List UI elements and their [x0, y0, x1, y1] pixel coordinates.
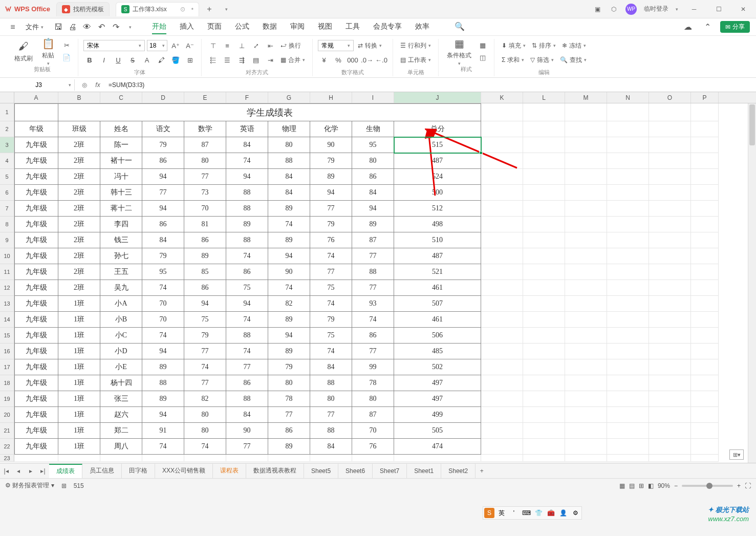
cell[interactable]: 74 — [226, 248, 268, 264]
tab-list-dropdown[interactable]: ▾ — [220, 2, 234, 16]
cell[interactable]: 90 — [226, 423, 268, 439]
row-header[interactable]: 13 — [0, 296, 14, 312]
cell[interactable]: 陈一 — [100, 137, 142, 153]
underline-icon[interactable]: U — [112, 54, 124, 66]
cell[interactable]: 79 — [184, 328, 226, 344]
cell[interactable]: 88 — [310, 375, 352, 391]
cell[interactable]: 小D — [100, 344, 142, 359]
cell[interactable]: 89 — [268, 439, 310, 455]
cell[interactable] — [649, 169, 691, 185]
cell[interactable]: 84 — [310, 439, 352, 455]
cell[interactable] — [691, 359, 719, 375]
cell[interactable]: 79 — [142, 137, 184, 153]
status-mode[interactable]: ⚙ 财务报表管理 ▾ — [5, 481, 54, 490]
row-header[interactable]: 18 — [0, 375, 14, 391]
sheet-nav-last-icon[interactable]: ▸| — [37, 467, 49, 475]
cell[interactable]: 95 — [352, 137, 394, 153]
cell[interactable]: 497 — [394, 391, 481, 407]
cell[interactable]: 94 — [268, 248, 310, 264]
cell[interactable] — [481, 280, 523, 296]
hamburger-icon[interactable]: ≡ — [6, 20, 19, 34]
zoom-slider[interactable] — [682, 485, 733, 487]
cell[interactable] — [607, 391, 649, 407]
user-avatar[interactable]: WP — [625, 4, 637, 15]
cell[interactable]: 九年级 — [14, 439, 58, 455]
cell[interactable] — [607, 137, 649, 153]
row-header[interactable]: 7 — [0, 201, 14, 217]
cell[interactable] — [691, 103, 719, 121]
cell[interactable] — [607, 407, 649, 423]
cell[interactable]: 80 — [268, 137, 310, 153]
cell[interactable]: 502 — [394, 359, 481, 375]
cell[interactable]: 87 — [184, 137, 226, 153]
cell[interactable]: 500 — [394, 185, 481, 201]
cell[interactable] — [649, 121, 691, 137]
cell[interactable] — [523, 121, 565, 137]
cell[interactable] — [523, 185, 565, 201]
cell[interactable] — [565, 296, 607, 312]
cell[interactable]: 九年级 — [14, 296, 58, 312]
cell[interactable] — [649, 391, 691, 407]
cell[interactable] — [607, 185, 649, 201]
cell[interactable] — [481, 169, 523, 185]
cell[interactable] — [607, 423, 649, 439]
ime-user-icon[interactable]: 👤 — [558, 508, 568, 518]
cell[interactable] — [481, 423, 523, 439]
spreadsheet-grid[interactable]: ABCDEFGHIJKLMNOP 1学生成绩表2年级班级姓名语文数学英语物理化学… — [0, 92, 756, 463]
cell[interactable] — [523, 217, 565, 232]
cell[interactable]: 小E — [100, 359, 142, 375]
cell[interactable] — [565, 344, 607, 359]
cell[interactable]: 94 — [184, 296, 226, 312]
cell[interactable] — [607, 344, 649, 359]
sheet-tab[interactable]: Sheet5 — [304, 464, 338, 478]
cell[interactable] — [691, 185, 719, 201]
col-header-C[interactable]: C — [100, 92, 142, 103]
cell[interactable] — [649, 248, 691, 264]
view-break-icon[interactable]: ⊞ — [639, 482, 644, 489]
dec-dec-icon[interactable]: ←.0 — [375, 54, 387, 66]
table-style-icon[interactable]: ▦ — [477, 39, 489, 51]
cell[interactable] — [100, 455, 142, 462]
ime-keyboard-icon[interactable]: ⌨ — [521, 508, 531, 518]
copy-icon[interactable]: 📄 — [60, 52, 73, 63]
menu-tab-data[interactable]: 数据 — [263, 20, 277, 34]
row-header[interactable]: 11 — [0, 264, 14, 280]
sheet-nav-first-icon[interactable]: |◂ — [0, 467, 12, 475]
cell[interactable]: 74 — [142, 439, 184, 455]
sheet-nav-next-icon[interactable]: ▸ — [25, 467, 37, 475]
currency-icon[interactable]: ¥ — [318, 54, 330, 66]
cube-icon[interactable]: ⬡ — [609, 5, 618, 14]
cell[interactable] — [649, 296, 691, 312]
cell[interactable] — [649, 153, 691, 169]
cell[interactable] — [565, 153, 607, 169]
cell[interactable]: 84 — [142, 232, 184, 248]
cell[interactable]: 86 — [268, 423, 310, 439]
cell[interactable]: 77 — [184, 344, 226, 359]
cell[interactable]: 2班 — [58, 264, 100, 280]
smart-tag-icon[interactable]: ⊞▾ — [729, 449, 744, 460]
cell[interactable]: 89 — [268, 312, 310, 328]
cell[interactable] — [649, 185, 691, 201]
indent-inc-icon[interactable]: ⇥ — [264, 54, 276, 66]
cell[interactable]: 499 — [394, 407, 481, 423]
cell[interactable]: 507 — [394, 296, 481, 312]
cell[interactable]: 73 — [184, 185, 226, 201]
cell[interactable]: 80 — [310, 391, 352, 407]
cell[interactable]: 80 — [184, 407, 226, 423]
cell[interactable]: 74 — [184, 439, 226, 455]
title-cell[interactable]: 学生成绩表 — [58, 103, 481, 121]
cell[interactable]: 钱三 — [100, 232, 142, 248]
cell[interactable] — [691, 217, 719, 232]
cell[interactable]: 九年级 — [14, 201, 58, 217]
cell[interactable]: 九年级 — [14, 232, 58, 248]
cell[interactable] — [649, 375, 691, 391]
cell[interactable] — [565, 328, 607, 344]
cell[interactable]: 505 — [394, 423, 481, 439]
tab-menu-icon[interactable]: ⊙ — [180, 6, 185, 13]
cell[interactable] — [481, 264, 523, 280]
row-header[interactable]: 22 — [0, 439, 14, 455]
cell[interactable] — [607, 375, 649, 391]
cell[interactable]: 1班 — [58, 359, 100, 375]
cell[interactable] — [649, 103, 691, 121]
cell[interactable]: 74 — [310, 344, 352, 359]
